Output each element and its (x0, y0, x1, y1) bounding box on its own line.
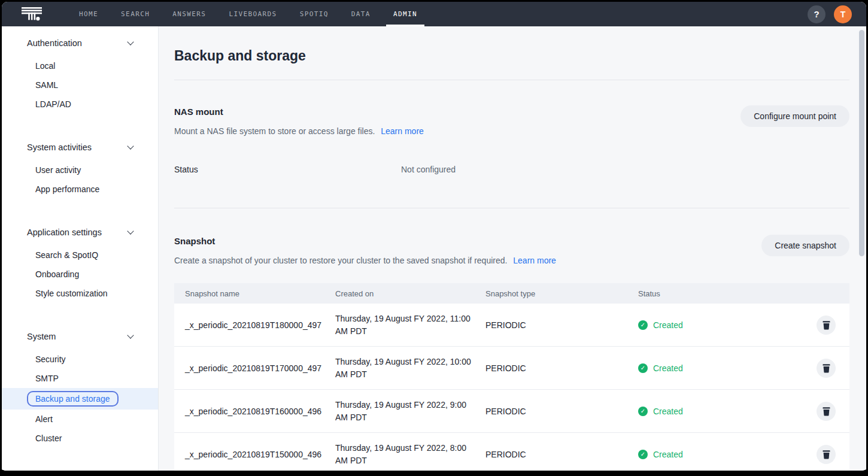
trash-icon (823, 407, 830, 416)
sidebar-section-items: Local SAML LDAP/AD (2, 56, 158, 114)
sidebar-item-backup-and-storage[interactable]: Backup and storage (2, 388, 158, 410)
check-circle-icon: ✓ (638, 320, 648, 330)
chevron-down-icon (127, 143, 133, 149)
main-content: Backup and storage NAS mount Mount a NAS… (159, 26, 866, 471)
sidebar-section: Authentication Local SAML LDAP/AD (2, 34, 158, 114)
sidebar-item-label: Search & SpotIQ (35, 250, 98, 260)
nas-learn-more-link[interactable]: Learn more (381, 126, 424, 136)
sidebar-item-local[interactable]: Local (2, 56, 158, 75)
sidebar-item-label: Onboarding (35, 269, 79, 279)
status-label: Created (653, 363, 683, 373)
delete-snapshot-button[interactable] (817, 316, 836, 335)
admin-sidebar: Authentication Local SAML LDAP/AD System… (2, 26, 159, 471)
sidebar-item-label: Alert (35, 414, 53, 424)
nav-item-answers[interactable]: ANSWERS (161, 2, 217, 26)
nav-item-search[interactable]: SEARCH (110, 2, 161, 26)
scrollbar-thumb[interactable] (859, 30, 864, 256)
sidebar-section-header[interactable]: System activities (2, 138, 158, 157)
snapshot-name-cell: _x_periodic_20210819T150000_496 (174, 450, 335, 459)
sidebar-item-app-performance[interactable]: App performance (2, 180, 158, 199)
chevron-down-icon (127, 38, 133, 45)
status-label: Created (653, 320, 683, 330)
snapshot-description-text: Create a snapshot of your cluster to res… (174, 256, 507, 265)
check-circle-icon: ✓ (638, 363, 648, 373)
snapshot-type-cell: PERIODIC (485, 450, 638, 459)
snapshot-type-cell: PERIODIC (485, 320, 638, 330)
snapshot-section-header: Snapshot Create a snapshot of your clust… (174, 235, 849, 265)
create-snapshot-button[interactable]: Create snapshot (761, 235, 849, 256)
snapshot-table: Snapshot name Created on Snapshot type S… (174, 283, 849, 471)
nav-item-home[interactable]: HOME (68, 2, 110, 26)
created-on-cell: Thursday, 19 August FY 2022, 10:00 AM PD… (335, 356, 480, 381)
nav-item-label: DATA (351, 10, 371, 18)
divider (174, 208, 849, 208)
thoughtspot-logo-icon[interactable] (20, 5, 44, 23)
table-row: _x_periodic_20210819T180000_497 Thursday… (174, 304, 849, 347)
sidebar-item-label: Backup and storage (27, 391, 119, 407)
help-button[interactable]: ? (808, 5, 825, 23)
sidebar-section-header[interactable]: Authentication (2, 34, 158, 53)
sidebar-item-ldap-ad[interactable]: LDAP/AD (2, 95, 158, 114)
app-body: Authentication Local SAML LDAP/AD System… (2, 26, 866, 471)
nav-item-data[interactable]: DATA (340, 2, 382, 26)
top-nav: HOME SEARCH ANSWERS LIVEBOARDS SPOTIQ DA… (2, 2, 866, 26)
user-avatar[interactable]: T (834, 5, 852, 23)
delete-snapshot-button[interactable] (817, 402, 836, 421)
page-title: Backup and storage (174, 48, 849, 64)
sidebar-item-cluster[interactable]: Cluster (2, 429, 158, 448)
column-header-created-on: Created on (335, 289, 485, 298)
sidebar-section-header[interactable]: Application settings (2, 223, 158, 242)
sidebar-item-label: Style customization (35, 289, 108, 298)
sidebar-item-smtp[interactable]: SMTP (2, 369, 158, 388)
sidebar-section-items: User activity App performance (2, 160, 158, 199)
snapshot-section: Snapshot Create a snapshot of your clust… (174, 235, 849, 471)
created-on-cell: Thursday, 19 August FY 2022, 8:00 AM PDT (335, 442, 480, 467)
app-window: HOME SEARCH ANSWERS LIVEBOARDS SPOTIQ DA… (0, 0, 868, 476)
sidebar-item-onboarding[interactable]: Onboarding (2, 265, 158, 284)
nav-item-spotiq[interactable]: SPOTIQ (289, 2, 340, 26)
nas-section-header: NAS mount Mount a NAS file system to sto… (174, 105, 849, 136)
delete-snapshot-button[interactable] (817, 359, 836, 378)
nav-right: ? T (808, 5, 852, 23)
configure-mount-point-button[interactable]: Configure mount point (740, 105, 849, 127)
nas-status-label: Status (174, 165, 401, 174)
status-cell: ✓ Created (638, 363, 803, 373)
sidebar-item-search-spotiq[interactable]: Search & SpotIQ (2, 245, 158, 265)
nav-item-label: SPOTIQ (300, 10, 329, 18)
sidebar-section-items: Security SMTP Backup and storage Alert C… (2, 350, 158, 448)
nas-title: NAS mount (174, 107, 424, 117)
sidebar-item-style-customization[interactable]: Style customization (2, 284, 158, 303)
scrollbar[interactable] (859, 30, 864, 467)
actions-cell (803, 316, 849, 335)
actions-cell (803, 359, 849, 378)
nav-item-liveboards[interactable]: LIVEBOARDS (217, 2, 288, 26)
delete-snapshot-button[interactable] (817, 445, 836, 464)
divider (174, 80, 849, 80)
created-on-cell: Thursday, 19 August FY 2022, 9:00 AM PDT (335, 399, 480, 424)
nav-item-label: ANSWERS (172, 10, 206, 18)
nav-item-admin[interactable]: ADMIN (382, 2, 429, 26)
snapshot-name-cell: _x_periodic_20210819T160000_496 (174, 407, 335, 416)
snapshot-name-cell: _x_periodic_20210819T180000_497 (174, 320, 335, 330)
snapshot-learn-more-link[interactable]: Learn more (513, 256, 556, 265)
chevron-down-icon (127, 332, 133, 338)
column-header-snapshot-type: Snapshot type (485, 289, 638, 298)
nas-text-block: NAS mount Mount a NAS file system to sto… (174, 105, 424, 136)
sidebar-item-label: Security (35, 354, 66, 364)
snapshot-type-cell: PERIODIC (485, 407, 638, 416)
nav-item-label: SEARCH (121, 10, 150, 18)
status-cell: ✓ Created (638, 320, 803, 330)
sidebar-item-alert[interactable]: Alert (2, 410, 158, 429)
sidebar-item-user-activity[interactable]: User activity (2, 160, 158, 180)
sidebar-item-security[interactable]: Security (2, 350, 158, 369)
nav-item-label: LIVEBOARDS (229, 10, 277, 18)
sidebar-section-header[interactable]: System (2, 327, 158, 346)
sidebar-section: System activities User activity App perf… (2, 138, 158, 199)
sidebar-item-label: Cluster (35, 433, 62, 443)
nas-status-value: Not configured (401, 165, 456, 174)
sidebar-item-saml[interactable]: SAML (2, 75, 158, 95)
status-label: Created (653, 450, 683, 459)
column-header-status: Status (638, 289, 803, 298)
nas-description-text: Mount a NAS file system to store or acce… (174, 126, 375, 136)
logo-glyph (20, 5, 44, 23)
